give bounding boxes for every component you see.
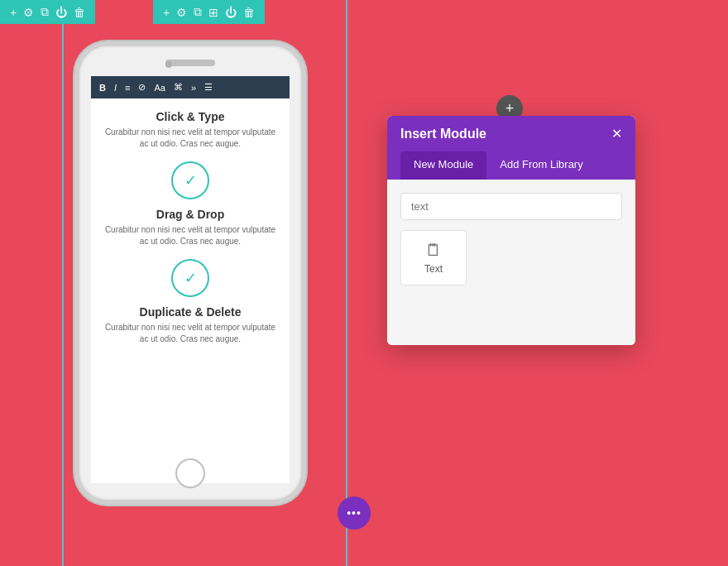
border-right	[346, 0, 347, 566]
align-icon[interactable]: ≡	[123, 82, 132, 94]
screen-content: Click & Type Curabitur non nisi nec veli…	[91, 98, 290, 368]
duplicate-icon-tr[interactable]: ⧉	[194, 5, 202, 19]
check-circle-1: ✓	[171, 161, 209, 199]
dialog-close-button[interactable]: ✕	[611, 126, 622, 142]
section-click-type: Click & Type Curabitur non nisi nec veli…	[104, 110, 276, 150]
tab-add-from-library[interactable]: Add From Library	[486, 151, 596, 180]
check-circle-2: ✓	[171, 259, 209, 297]
section-duplicate: Duplicate & Delete Curabitur non nisi ne…	[104, 305, 276, 345]
dialog-header: Insert Module ✕	[387, 116, 635, 151]
gear-icon-tr[interactable]: ⚙	[176, 6, 187, 19]
phone-wrapper: B I ≡ ⊘ Aa ⌘ » ☰ Click & Type Curabitur …	[74, 41, 306, 505]
link-icon[interactable]: ⊘	[136, 81, 147, 94]
bottom-dots-label: •••	[347, 506, 362, 520]
power-icon-tr[interactable]: ⏻	[225, 6, 237, 19]
section-title-1: Click & Type	[104, 110, 276, 123]
phone-camera	[165, 61, 172, 68]
insert-module-dialog: Insert Module ✕ New Module Add From Libr…	[387, 116, 635, 345]
list-icon[interactable]: ☰	[203, 81, 214, 94]
format-icon[interactable]: ⌘	[172, 81, 184, 94]
trash-icon-tl[interactable]: 🗑	[74, 6, 85, 19]
power-icon-tl[interactable]: ⏻	[55, 6, 67, 19]
toolbar-left: + ⚙ ⧉ ⏻ 🗑	[0, 0, 95, 24]
section-title-2: Drag & Drop	[104, 208, 276, 221]
section-text-2: Curabitur non nisi nec velit at tempor v…	[104, 224, 276, 247]
text-module-item[interactable]: 🗒 Text	[400, 230, 467, 285]
section-text-3: Curabitur non nisi nec velit at tempor v…	[104, 322, 276, 345]
dialog-body: 🗒 Text	[387, 180, 635, 345]
tab-new-module[interactable]: New Module	[400, 151, 486, 180]
phone-home-button[interactable]	[175, 458, 205, 488]
dialog-title: Insert Module	[400, 127, 486, 142]
quote-icon[interactable]: »	[189, 82, 198, 94]
gear-icon-tl[interactable]: ⚙	[23, 6, 34, 19]
phone-speaker	[165, 60, 215, 66]
grid-icon-tr[interactable]: ⊞	[208, 6, 218, 19]
plus-icon-tr[interactable]: +	[163, 6, 170, 19]
trash-icon-tr[interactable]: 🗑	[243, 6, 255, 19]
bottom-dots-button[interactable]: •••	[338, 496, 371, 530]
phone-screen: B I ≡ ⊘ Aa ⌘ » ☰ Click & Type Curabitur …	[91, 76, 290, 483]
section-drag-drop: Drag & Drop Curabitur non nisi nec velit…	[104, 208, 276, 247]
bold-icon[interactable]: B	[98, 82, 108, 94]
border-left	[62, 0, 64, 566]
plus-icon-tl[interactable]: +	[10, 6, 17, 19]
text-module-icon: 🗒	[425, 241, 442, 260]
phone: B I ≡ ⊘ Aa ⌘ » ☰ Click & Type Curabitur …	[74, 41, 306, 505]
font-icon[interactable]: Aa	[152, 82, 166, 94]
screen-toolbar: B I ≡ ⊘ Aa ⌘ » ☰	[91, 76, 290, 98]
section-text-1: Curabitur non nisi nec velit at tempor v…	[104, 127, 276, 150]
duplicate-icon-tl[interactable]: ⧉	[41, 5, 49, 19]
section-title-3: Duplicate & Delete	[104, 305, 276, 319]
module-search-input[interactable]	[400, 193, 622, 220]
italic-icon[interactable]: I	[113, 82, 118, 94]
dialog-tabs: New Module Add From Library	[387, 151, 635, 180]
text-module-label: Text	[424, 263, 443, 275]
toolbar-right: + ⚙ ⧉ ⊞ ⏻ 🗑	[153, 0, 265, 24]
